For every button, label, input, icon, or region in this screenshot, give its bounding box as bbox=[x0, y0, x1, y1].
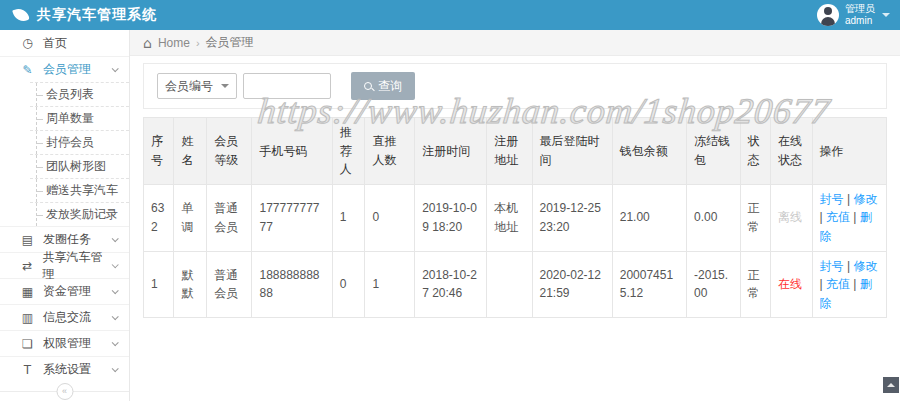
chevron-down-icon bbox=[112, 313, 119, 320]
sidebar-item-label: 信息交流 bbox=[43, 309, 91, 326]
cell-reg_time: 2018-10-27 20:46 bbox=[415, 251, 487, 318]
chevron-down-icon bbox=[112, 65, 119, 72]
chevron-down-icon bbox=[112, 287, 119, 294]
col-header-frozen[interactable]: 冻结钱包 bbox=[687, 118, 740, 185]
cell-frozen: 0.00 bbox=[687, 184, 740, 251]
file-icon: ❏ bbox=[20, 337, 35, 351]
member-row: 632单调普通会员17777777777102019-10-09 18:20本机… bbox=[144, 184, 887, 251]
sidebar-item-label: 共享汽车管理 bbox=[43, 249, 113, 283]
cell-direct[interactable]: 1 bbox=[365, 251, 415, 318]
col-header-status: 状态 bbox=[740, 118, 770, 185]
user-name: admin bbox=[845, 15, 875, 27]
op-modify-link[interactable]: 修改 bbox=[853, 192, 877, 206]
arrow-up-icon bbox=[887, 379, 895, 387]
sidebar-item-label: 发圈任务 bbox=[43, 231, 91, 248]
query-button-label: 查询 bbox=[378, 78, 402, 95]
cell-last_login: 2019-12-25 23:20 bbox=[532, 184, 612, 251]
col-header-direct[interactable]: 直推人数 bbox=[365, 118, 415, 185]
sidebar-item[interactable]: ▥信息交流 bbox=[0, 304, 129, 330]
cell-referrer[interactable]: 0 bbox=[332, 251, 365, 318]
sidebar-subitem[interactable]: 封停会员 bbox=[30, 130, 129, 154]
col-header-phone: 手机号码 bbox=[252, 118, 332, 185]
breadcrumb-separator: › bbox=[196, 37, 200, 49]
sidebar-item-label: 会员管理 bbox=[43, 61, 91, 78]
cell-reg_addr bbox=[487, 251, 532, 318]
search-input[interactable] bbox=[243, 73, 331, 99]
sidebar-item[interactable]: ❏权限管理 bbox=[0, 330, 129, 356]
home-icon: ⌂ bbox=[143, 35, 152, 51]
op-recharge-link[interactable]: 充值 bbox=[826, 210, 850, 224]
app-title: 共享汽车管理系统 bbox=[37, 6, 157, 24]
breadcrumb-current: 会员管理 bbox=[206, 34, 254, 51]
cell-seq: 1 bbox=[144, 251, 174, 318]
col-header-last_login: 最后登陆时间 bbox=[532, 118, 612, 185]
op-ban-link[interactable]: 封号 bbox=[820, 192, 844, 206]
col-header-ops: 操作 bbox=[812, 118, 886, 185]
breadcrumb: ⌂ Home › 会员管理 bbox=[130, 30, 900, 56]
sidebar-subitem[interactable]: 会员列表 bbox=[30, 82, 129, 106]
leaf-logo-icon bbox=[12, 6, 30, 24]
filter-selected-option: 会员编号 bbox=[165, 78, 213, 95]
cell-phone[interactable]: 17777777777 bbox=[252, 184, 332, 251]
chevron-down-icon bbox=[112, 365, 119, 372]
query-button[interactable]: 查询 bbox=[351, 72, 415, 100]
main-panel: ⌂ Home › 会员管理 会员编号 查询 bbox=[130, 30, 900, 401]
sidebar-collapse-button[interactable]: « bbox=[56, 383, 73, 400]
sidebar-item-label: 系统设置 bbox=[43, 361, 91, 378]
sidebar-menu: ◷首页✎会员管理会员列表周单数量封停会员团队树形图赠送共享汽车发放奖励记录▤发圈… bbox=[0, 30, 129, 382]
content-area: 会员编号 查询 序号姓名会员等级手机号码推荐人直推人数注册时间注册地址最后登 bbox=[130, 56, 900, 325]
sidebar-subitem[interactable]: 周单数量 bbox=[30, 106, 129, 130]
sidebar-item[interactable]: T系统设置 bbox=[0, 356, 129, 382]
user-info: 管理员 admin bbox=[845, 3, 875, 27]
chevron-down-icon bbox=[112, 235, 119, 242]
cell-online: 离线 bbox=[770, 184, 812, 251]
back-to-top-button[interactable] bbox=[883, 377, 899, 393]
col-header-balance[interactable]: 钱包余额 bbox=[612, 118, 686, 185]
search-panel: 会员编号 查询 bbox=[143, 63, 887, 109]
select-caret-icon bbox=[221, 84, 229, 92]
cell-status: 正常 bbox=[740, 251, 770, 318]
cell-reg_addr: 本机地址 bbox=[487, 184, 532, 251]
cell-level: 普通会员 bbox=[207, 184, 252, 251]
cell-direct[interactable]: 0 bbox=[365, 184, 415, 251]
cell-seq: 632 bbox=[144, 184, 174, 251]
breadcrumb-home[interactable]: Home bbox=[158, 36, 190, 50]
col-header-referrer: 推荐人 bbox=[332, 118, 365, 185]
cell-name: 默默 bbox=[174, 251, 207, 318]
sidebar-item[interactable]: ✎会员管理 bbox=[0, 56, 129, 82]
sidebar-subitem[interactable]: 赠送共享汽车 bbox=[30, 178, 129, 202]
cell-phone[interactable]: 18888888888 bbox=[252, 251, 332, 318]
sidebar: ◷首页✎会员管理会员列表周单数量封停会员团队树形图赠送共享汽车发放奖励记录▤发圈… bbox=[0, 30, 130, 401]
cell-balance: 200074515.12 bbox=[612, 251, 686, 318]
chevron-down-icon bbox=[112, 339, 119, 346]
dashboard-icon: ◷ bbox=[20, 36, 35, 50]
cell-name: 单调 bbox=[174, 184, 207, 251]
table-header-row: 序号姓名会员等级手机号码推荐人直推人数注册时间注册地址最后登陆时间钱包余额冻结钱… bbox=[144, 118, 887, 185]
calendar-icon: ▦ bbox=[20, 285, 35, 299]
online-status-badge: 离线 bbox=[778, 210, 802, 224]
op-modify-link[interactable]: 修改 bbox=[853, 259, 877, 273]
cell-online: 在线 bbox=[770, 251, 812, 318]
sidebar-item[interactable]: ⇄共享汽车管理 bbox=[0, 252, 129, 278]
op-ban-link[interactable]: 封号 bbox=[820, 259, 844, 273]
col-header-level: 会员等级 bbox=[207, 118, 252, 185]
member-filter-select[interactable]: 会员编号 bbox=[157, 73, 237, 99]
cell-balance: 21.00 bbox=[612, 184, 686, 251]
user-menu[interactable]: 管理员 admin bbox=[817, 3, 890, 27]
op-recharge-link[interactable]: 充值 bbox=[826, 277, 850, 291]
sidebar-item[interactable]: ◷首页 bbox=[0, 30, 129, 56]
avatar bbox=[817, 4, 839, 26]
cell-level: 普通会员 bbox=[207, 251, 252, 318]
member-row: 1默默普通会员18888888888012018-10-27 20:462020… bbox=[144, 251, 887, 318]
sidebar-item-label: 首页 bbox=[43, 35, 67, 52]
cell-referrer[interactable]: 1 bbox=[332, 184, 365, 251]
book-icon: ▤ bbox=[20, 233, 35, 247]
search-icon bbox=[364, 82, 372, 90]
col-header-reg_addr: 注册地址 bbox=[487, 118, 532, 185]
cell-reg_time: 2019-10-09 18:20 bbox=[415, 184, 487, 251]
sidebar-subitem[interactable]: 发放奖励记录 bbox=[30, 202, 129, 226]
sidebar-subitem[interactable]: 团队树形图 bbox=[30, 154, 129, 178]
app-logo: 共享汽车管理系统 bbox=[14, 6, 157, 24]
cell-ops: 封号 | 修改 | 充值 | 删除 bbox=[812, 251, 886, 318]
chevron-down-icon bbox=[882, 13, 890, 21]
